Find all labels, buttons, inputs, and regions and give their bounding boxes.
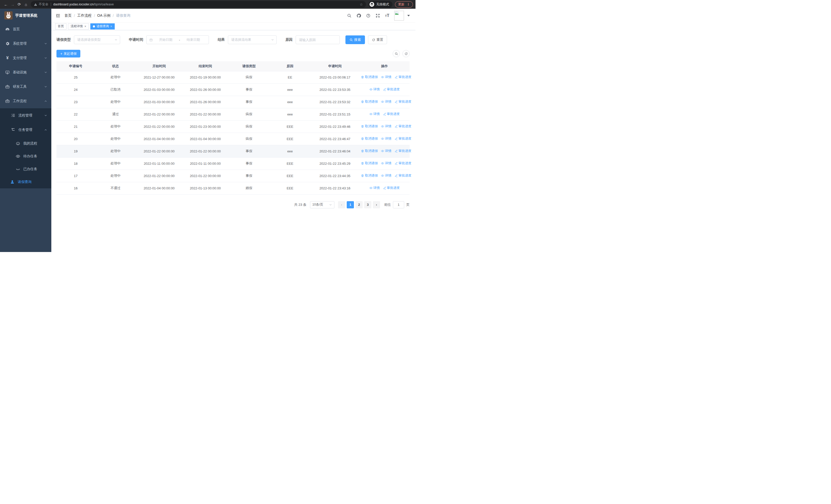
sidebar-item-todo-tasks[interactable]: 待办任务 [0,150,51,163]
result-placeholder: 请选择流结果 [231,37,251,42]
cell-reason: EEE [269,120,311,133]
next-page-button[interactable]: › [373,201,380,208]
browser-menu-icon[interactable]: ⋮ [407,3,410,6]
create-leave-button[interactable]: + 发起请假 [56,50,80,58]
approval-progress-link[interactable]: 审批进度 [383,186,400,190]
breadcrumb-item[interactable]: 首页 [64,13,71,18]
sidebar-item-my-process[interactable]: 我的流程 [0,137,51,150]
sidebar-item-payment[interactable]: ¥ 支付管理 [0,51,51,65]
browser-home-button[interactable]: ⌂ [23,1,29,8]
result-select[interactable]: 请选择流结果 [228,35,277,44]
cancel-leave-link[interactable]: 取消请假 [361,161,378,166]
page-button-1[interactable]: 1 [347,201,354,208]
cell-type: 病假 [228,120,269,133]
goto-page-input[interactable] [393,201,404,208]
detail-link[interactable]: 详情 [381,124,391,128]
cell-type: 婚假 [228,182,269,194]
cancel-leave-link[interactable]: 取消请假 [361,99,378,104]
browser-forward-button[interactable]: → [9,1,16,8]
end-date-placeholder[interactable]: 结束日期 [181,37,206,42]
search-button[interactable]: 搜索 [345,35,365,44]
address-bar[interactable]: 不安全 dashboard.yudao.iocoder.cn /bpm/oa/l… [31,1,366,8]
cancel-leave-link[interactable]: 取消请假 [361,149,378,153]
edit-icon [395,174,398,177]
sidebar-item-process-mgmt[interactable]: 流程管理 [0,108,51,123]
cell-start: 2022-01-03 00:00:00 [136,96,182,108]
sidebar-item-infra[interactable]: 基础设施 [0,65,51,80]
column-header: 操作 [359,61,409,71]
detail-link[interactable]: 详情 [369,87,380,92]
yen-icon: ¥ [5,56,10,60]
detail-link[interactable]: 详情 [381,75,391,79]
cell-end: 2022-01-04 00:00:00 [182,133,228,145]
font-size-icon[interactable]: TT [385,13,389,18]
help-icon[interactable] [366,13,371,18]
approval-progress-link[interactable]: 审批进度 [395,99,411,104]
tab-close-icon[interactable]: × [84,25,86,28]
detail-link[interactable]: 详情 [381,99,391,104]
leave-type-select[interactable]: 请选择请假类型 [74,35,120,44]
approval-progress-link[interactable]: 审批进度 [395,174,411,178]
tab-close-icon[interactable]: × [110,25,112,28]
page-size-select[interactable]: 10条/页 [310,201,335,208]
toggle-search-button[interactable] [393,50,400,57]
fullscreen-icon[interactable] [375,13,380,18]
refresh-button[interactable] [402,50,409,57]
breadcrumb-item[interactable]: 工作流程 [77,13,92,18]
cell-actions: 取消请假 详情 审批进度 [359,157,409,170]
sidebar-item-task-mgmt[interactable]: 任务管理 [0,123,51,137]
prev-page-button[interactable]: ‹ [338,201,345,208]
bookmark-star-icon[interactable]: ☆ [360,2,363,6]
cell-id: 17 [56,170,95,182]
github-icon[interactable] [356,13,361,18]
cancel-leave-link[interactable]: 取消请假 [361,75,378,79]
approval-progress-link[interactable]: 审批进度 [383,87,400,92]
reason-input[interactable] [296,35,340,44]
detail-link[interactable]: 详情 [381,161,391,166]
apply-time-label: 申请时间 [129,37,143,42]
breadcrumb-item[interactable]: OA 示例 [97,13,110,18]
avatar-dropdown-caret[interactable] [407,15,410,17]
approval-progress-link[interactable]: 审批进度 [395,149,411,153]
browser-reload-button[interactable]: ⟳ [16,1,23,8]
avatar[interactable] [394,11,404,21]
approval-progress-link[interactable]: 审批进度 [395,124,411,128]
start-date-placeholder[interactable]: 开始日期 [153,37,178,42]
sidebar-item-workflow[interactable]: 工作流程 [0,94,51,108]
cancel-leave-link[interactable]: 取消请假 [361,124,378,128]
tab-leave-query[interactable]: 请假查询 × [90,23,115,30]
approval-progress-link[interactable]: 审批进度 [395,137,411,141]
app-logo[interactable]: 芋道管理系统 [0,9,51,22]
sidebar-item-home[interactable]: 首页 [0,22,51,36]
sidebar-item-done-tasks[interactable]: 已办任务 [0,163,51,176]
search-icon[interactable] [347,13,352,18]
approval-progress-link[interactable]: 审批进度 [395,75,411,79]
sidebar-fold-icon[interactable] [55,13,61,18]
filter-form: 请假类型 请选择请假类型 申请时间 开始日期 - 结束日期 结果 [56,35,409,44]
cancel-leave-link[interactable]: 取消请假 [361,174,378,178]
approval-progress-link[interactable]: 审批进度 [383,112,400,116]
tab-process-detail[interactable]: 流程详情 × [68,23,89,30]
approval-progress-link[interactable]: 审批进度 [395,161,411,166]
cell-end: 2022-01-22 00:00:00 [182,170,228,182]
detail-link[interactable]: 详情 [381,174,391,178]
cancel-leave-link[interactable]: 取消请假 [361,137,378,141]
sidebar-item-leave-query[interactable]: 请假查询 [0,176,51,188]
security-label[interactable]: 不安全 [39,2,49,7]
cell-reason: EEE [269,133,311,145]
sidebar-item-system[interactable]: 系统管理 [0,36,51,51]
page-button-3[interactable]: 3 [364,201,371,208]
browser-update-button[interactable]: 更新 ⋮ [395,1,413,8]
sidebar-item-devtools[interactable]: 研发工具 [0,80,51,94]
detail-link[interactable]: 详情 [381,149,391,153]
cell-applied: 2022-01-22 23:49:46 [311,120,359,133]
page-button-2[interactable]: 2 [355,201,363,208]
reset-button[interactable]: 重置 [368,35,387,44]
detail-link[interactable]: 详情 [369,112,380,116]
detail-link[interactable]: 详情 [369,186,380,190]
cell-end: 2022-01-11 00:00:00 [182,157,228,170]
browser-back-button[interactable]: ← [3,1,9,8]
detail-link[interactable]: 详情 [381,137,391,141]
apply-time-range-picker[interactable]: 开始日期 - 结束日期 [146,35,209,44]
tab-home[interactable]: 首页 [55,23,66,30]
